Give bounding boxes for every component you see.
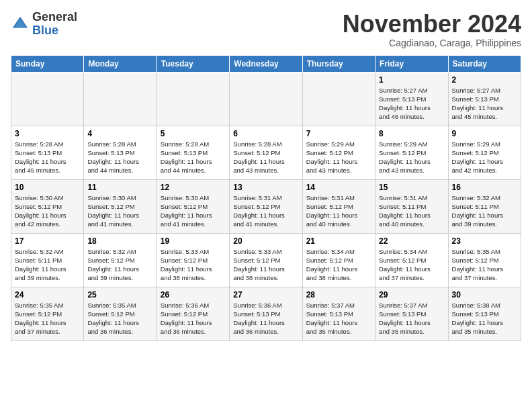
day-number: 8 (379, 129, 444, 138)
weekday-header-tuesday: Tuesday (157, 55, 229, 72)
calendar-cell: 21Sunrise: 5:34 AM Sunset: 5:12 PM Dayli… (302, 233, 375, 287)
day-number: 24 (15, 290, 80, 300)
day-info: Sunrise: 5:35 AM Sunset: 5:12 PM Dayligh… (15, 301, 80, 336)
day-info: Sunrise: 5:32 AM Sunset: 5:11 PM Dayligh… (15, 247, 80, 283)
day-number: 20 (233, 236, 298, 246)
day-number: 11 (87, 183, 152, 192)
month-title: November 2024 (343, 11, 521, 38)
calendar-cell: 13Sunrise: 5:31 AM Sunset: 5:12 PM Dayli… (230, 179, 302, 233)
calendar-week-1: 1Sunrise: 5:27 AM Sunset: 5:13 PM Daylig… (11, 72, 521, 126)
weekday-header-saturday: Saturday (448, 55, 521, 72)
calendar-cell: 14Sunrise: 5:31 AM Sunset: 5:12 PM Dayli… (302, 179, 375, 233)
day-number: 6 (233, 129, 298, 138)
weekday-header-friday: Friday (375, 55, 448, 72)
day-info: Sunrise: 5:30 AM Sunset: 5:12 PM Dayligh… (161, 193, 226, 229)
day-number: 17 (15, 236, 80, 246)
day-number: 15 (379, 183, 444, 192)
logo-general: General (32, 10, 77, 24)
weekday-header-monday: Monday (84, 55, 157, 72)
calendar-cell: 26Sunrise: 5:36 AM Sunset: 5:12 PM Dayli… (157, 287, 229, 340)
calendar-week-5: 24Sunrise: 5:35 AM Sunset: 5:12 PM Dayli… (11, 287, 521, 340)
logo: General Blue (11, 11, 77, 38)
title-block: November 2024 Cagdianao, Caraga, Philipp… (343, 11, 521, 48)
day-number: 10 (15, 183, 80, 192)
calendar-header: SundayMondayTuesdayWednesdayThursdayFrid… (11, 55, 521, 72)
day-info: Sunrise: 5:34 AM Sunset: 5:12 PM Dayligh… (306, 247, 371, 283)
day-number: 13 (233, 183, 298, 192)
calendar-cell: 9Sunrise: 5:29 AM Sunset: 5:12 PM Daylig… (448, 126, 521, 179)
calendar-cell: 25Sunrise: 5:35 AM Sunset: 5:12 PM Dayli… (84, 287, 157, 340)
day-info: Sunrise: 5:37 AM Sunset: 5:13 PM Dayligh… (306, 301, 371, 336)
day-number: 19 (161, 236, 226, 246)
day-info: Sunrise: 5:34 AM Sunset: 5:12 PM Dayligh… (379, 247, 444, 283)
day-number: 16 (452, 183, 517, 192)
day-number: 5 (161, 129, 226, 138)
weekday-header-sunday: Sunday (11, 55, 84, 72)
day-number: 26 (161, 290, 226, 300)
day-info: Sunrise: 5:35 AM Sunset: 5:12 PM Dayligh… (452, 247, 517, 283)
calendar-table: SundayMondayTuesdayWednesdayThursdayFrid… (11, 55, 521, 341)
day-number: 23 (452, 236, 517, 246)
day-info: Sunrise: 5:28 AM Sunset: 5:13 PM Dayligh… (161, 140, 226, 175)
day-info: Sunrise: 5:31 AM Sunset: 5:11 PM Dayligh… (379, 193, 444, 229)
calendar-cell: 1Sunrise: 5:27 AM Sunset: 5:13 PM Daylig… (375, 72, 448, 126)
calendar-week-3: 10Sunrise: 5:30 AM Sunset: 5:12 PM Dayli… (11, 179, 521, 233)
day-number: 29 (379, 290, 444, 300)
day-number: 21 (306, 236, 371, 246)
calendar-cell: 11Sunrise: 5:30 AM Sunset: 5:12 PM Dayli… (84, 179, 157, 233)
day-number: 25 (87, 290, 152, 300)
calendar-cell: 30Sunrise: 5:38 AM Sunset: 5:13 PM Dayli… (448, 287, 521, 340)
day-number: 12 (161, 183, 226, 192)
weekday-header-row: SundayMondayTuesdayWednesdayThursdayFrid… (11, 55, 521, 72)
day-info: Sunrise: 5:38 AM Sunset: 5:13 PM Dayligh… (452, 301, 517, 336)
calendar-cell: 19Sunrise: 5:33 AM Sunset: 5:12 PM Dayli… (157, 233, 229, 287)
calendar-week-2: 3Sunrise: 5:28 AM Sunset: 5:13 PM Daylig… (11, 126, 521, 179)
location-subtitle: Cagdianao, Caraga, Philippines (343, 38, 521, 48)
day-info: Sunrise: 5:28 AM Sunset: 5:12 PM Dayligh… (233, 140, 298, 175)
day-number: 7 (306, 129, 371, 138)
day-info: Sunrise: 5:32 AM Sunset: 5:12 PM Dayligh… (87, 247, 152, 283)
day-number: 3 (15, 129, 80, 138)
calendar-cell (302, 72, 375, 126)
calendar-cell: 4Sunrise: 5:28 AM Sunset: 5:13 PM Daylig… (84, 126, 157, 179)
calendar-cell: 15Sunrise: 5:31 AM Sunset: 5:11 PM Dayli… (375, 179, 448, 233)
day-info: Sunrise: 5:36 AM Sunset: 5:12 PM Dayligh… (161, 301, 226, 336)
calendar-cell: 2Sunrise: 5:27 AM Sunset: 5:13 PM Daylig… (448, 72, 521, 126)
calendar-body: 1Sunrise: 5:27 AM Sunset: 5:13 PM Daylig… (11, 72, 521, 340)
calendar-cell: 23Sunrise: 5:35 AM Sunset: 5:12 PM Dayli… (448, 233, 521, 287)
calendar-cell: 18Sunrise: 5:32 AM Sunset: 5:12 PM Dayli… (84, 233, 157, 287)
day-number: 27 (233, 290, 298, 300)
day-number: 9 (452, 129, 517, 138)
logo-icon (11, 15, 30, 34)
calendar-cell (230, 72, 302, 126)
calendar-cell: 10Sunrise: 5:30 AM Sunset: 5:12 PM Dayli… (11, 179, 84, 233)
calendar-cell: 6Sunrise: 5:28 AM Sunset: 5:12 PM Daylig… (230, 126, 302, 179)
calendar-cell: 3Sunrise: 5:28 AM Sunset: 5:13 PM Daylig… (11, 126, 84, 179)
day-info: Sunrise: 5:31 AM Sunset: 5:12 PM Dayligh… (233, 193, 298, 229)
day-number: 14 (306, 183, 371, 192)
day-number: 22 (379, 236, 444, 246)
day-info: Sunrise: 5:29 AM Sunset: 5:12 PM Dayligh… (379, 140, 444, 175)
day-info: Sunrise: 5:35 AM Sunset: 5:12 PM Dayligh… (87, 301, 152, 336)
weekday-header-thursday: Thursday (302, 55, 375, 72)
calendar-cell: 28Sunrise: 5:37 AM Sunset: 5:13 PM Dayli… (302, 287, 375, 340)
calendar-cell: 29Sunrise: 5:37 AM Sunset: 5:13 PM Dayli… (375, 287, 448, 340)
day-info: Sunrise: 5:30 AM Sunset: 5:12 PM Dayligh… (87, 193, 152, 229)
calendar-cell: 20Sunrise: 5:33 AM Sunset: 5:12 PM Dayli… (230, 233, 302, 287)
day-info: Sunrise: 5:33 AM Sunset: 5:12 PM Dayligh… (233, 247, 298, 283)
day-info: Sunrise: 5:28 AM Sunset: 5:13 PM Dayligh… (87, 140, 152, 175)
day-info: Sunrise: 5:33 AM Sunset: 5:12 PM Dayligh… (161, 247, 226, 283)
weekday-header-wednesday: Wednesday (230, 55, 302, 72)
page-header: General Blue November 2024 Cagdianao, Ca… (11, 11, 521, 48)
day-info: Sunrise: 5:29 AM Sunset: 5:12 PM Dayligh… (306, 140, 371, 175)
day-info: Sunrise: 5:30 AM Sunset: 5:12 PM Dayligh… (15, 193, 80, 229)
day-info: Sunrise: 5:27 AM Sunset: 5:13 PM Dayligh… (452, 86, 517, 122)
calendar-cell: 17Sunrise: 5:32 AM Sunset: 5:11 PM Dayli… (11, 233, 84, 287)
calendar-cell: 24Sunrise: 5:35 AM Sunset: 5:12 PM Dayli… (11, 287, 84, 340)
day-info: Sunrise: 5:29 AM Sunset: 5:12 PM Dayligh… (452, 140, 517, 175)
calendar-cell (84, 72, 157, 126)
logo-blue: Blue (32, 24, 58, 37)
day-number: 30 (452, 290, 517, 300)
day-info: Sunrise: 5:28 AM Sunset: 5:13 PM Dayligh… (15, 140, 80, 175)
calendar-cell: 27Sunrise: 5:36 AM Sunset: 5:13 PM Dayli… (230, 287, 302, 340)
